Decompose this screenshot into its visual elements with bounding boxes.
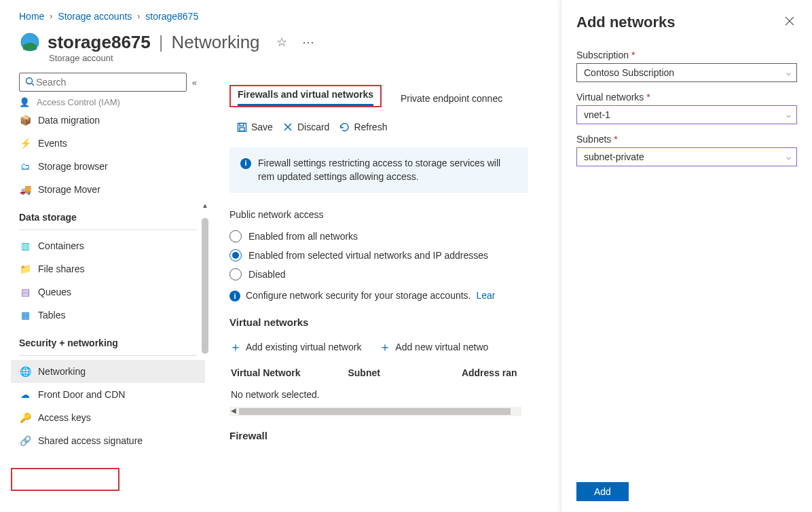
save-label: Save	[251, 122, 273, 132]
refresh-button[interactable]: Refresh	[339, 122, 387, 132]
breadcrumb-resource[interactable]: storage8675	[145, 11, 198, 22]
sidebar-section-security: Security + networking	[11, 327, 205, 352]
horizontal-scrollbar[interactable]: ◀	[229, 407, 521, 416]
tab-private-endpoint[interactable]: Private endpoint connec	[395, 85, 508, 109]
radio-label: Enabled from selected virtual networks a…	[248, 250, 488, 261]
col-address-range: Address ran	[462, 367, 517, 378]
vnet-select[interactable]: vnet-1 ⌵	[576, 105, 797, 124]
subscription-value: Contoso Subscription	[584, 67, 674, 78]
sidebar-section-data-storage: Data storage	[11, 201, 205, 227]
subscription-select[interactable]: Contoso Subscription ⌵	[576, 63, 797, 82]
scrollbar-thumb[interactable]	[239, 408, 511, 415]
sidebar-item-label: Shared access signature	[38, 435, 143, 446]
col-subnet: Subnet	[348, 367, 380, 378]
chevron-right-icon: ›	[137, 12, 140, 21]
sidebar-item-label: Containers	[38, 240, 84, 251]
sidebar-item-access-keys[interactable]: 🔑 Access keys	[11, 406, 205, 429]
hint-text: Configure network security for your stor…	[246, 290, 471, 301]
breadcrumb-storage-accounts[interactable]: Storage accounts	[58, 11, 132, 22]
sidebar-item-storage-mover[interactable]: 🚚 Storage Mover	[11, 178, 205, 201]
plus-icon: ＋	[229, 339, 242, 355]
svg-point-2	[26, 77, 33, 84]
close-icon	[282, 122, 293, 132]
save-button[interactable]: Save	[236, 122, 273, 132]
subnet-label: Subnets *	[576, 134, 797, 147]
person-icon: 👤	[19, 97, 30, 107]
frontdoor-icon: ☁	[19, 388, 31, 401]
scroll-left-icon[interactable]: ◀	[231, 407, 236, 414]
radio-icon	[229, 249, 242, 261]
sidebar-item-front-door[interactable]: ☁ Front Door and CDN	[11, 383, 205, 406]
add-button[interactable]: Add	[576, 482, 629, 501]
radio-icon	[229, 230, 242, 242]
containers-icon: ▥	[19, 240, 31, 252]
sidebar-item-label: Networking	[38, 366, 86, 377]
sidebar-item-label: Storage browser	[38, 161, 108, 172]
subscription-label: Subscription *	[576, 50, 797, 63]
highlight-networking	[11, 468, 119, 491]
page-title: Networking	[172, 32, 260, 53]
sidebar-item-label: Storage Mover	[38, 184, 100, 195]
favorite-star-icon[interactable]: ☆	[276, 35, 287, 50]
sidebar-item-sas[interactable]: 🔗 Shared access signature	[11, 429, 205, 452]
sidebar-item-queues[interactable]: ▤ Queues	[11, 280, 205, 304]
close-icon[interactable]	[782, 12, 797, 32]
info-icon: i	[229, 291, 240, 301]
chevron-down-icon: ⌵	[786, 110, 791, 120]
signature-icon: 🔗	[19, 435, 31, 447]
title-separator: |	[159, 32, 164, 53]
discard-label: Discard	[297, 122, 329, 132]
more-menu-icon[interactable]: ⋯	[302, 35, 315, 50]
fileshares-icon: 📁	[19, 263, 31, 275]
discard-button[interactable]: Discard	[282, 122, 329, 132]
sidebar-item-containers[interactable]: ▥ Containers	[11, 234, 205, 257]
add-new-vnet-button[interactable]: ＋ Add new virtual netwo	[379, 335, 492, 359]
breadcrumb-home[interactable]: Home	[19, 11, 44, 22]
sidebar-item-storage-browser[interactable]: 🗂 Storage browser	[11, 155, 205, 178]
sidebar-item-label: Tables	[38, 310, 65, 321]
radio-label: Disabled	[248, 269, 285, 280]
sidebar-item-label: Access keys	[38, 412, 91, 423]
info-icon: i	[240, 158, 251, 169]
tab-firewalls[interactable]: Firewalls and virtual networks	[229, 85, 382, 107]
subnet-select[interactable]: subnet-private ⌵	[576, 147, 797, 166]
save-icon	[236, 122, 247, 132]
globe-icon: 🌐	[19, 365, 31, 378]
svg-rect-5	[240, 123, 244, 126]
collapse-sidebar-icon[interactable]: «	[192, 77, 197, 88]
sidebar-item-events[interactable]: ⚡ Events	[11, 132, 205, 155]
sidebar-item-iam[interactable]: 👤 Access Control (IAM)	[11, 96, 205, 109]
queues-icon: ▤	[19, 286, 31, 298]
subnet-value: subnet-private	[584, 151, 644, 162]
chevron-down-icon: ⌵	[786, 68, 791, 77]
storage-account-icon	[19, 31, 41, 53]
svg-rect-6	[240, 128, 244, 131]
radio-icon	[229, 268, 242, 280]
sidebar-item-networking[interactable]: 🌐 Networking	[11, 360, 205, 383]
search-icon	[25, 77, 35, 88]
lightning-icon: ⚡	[19, 137, 31, 149]
resource-name: storage8675	[48, 32, 151, 53]
sidebar-search[interactable]	[19, 73, 187, 92]
sidebar-item-file-shares[interactable]: 📁 File shares	[11, 257, 205, 280]
sidebar-item-label: Events	[38, 138, 67, 149]
banner-text: Firewall settings restricting access to …	[258, 157, 517, 183]
learn-more-link[interactable]: Lear	[477, 290, 496, 301]
sidebar-item-label: File shares	[38, 263, 84, 274]
sidebar-item-data-migration[interactable]: 📦 Data migration	[11, 109, 205, 132]
search-input[interactable]	[35, 76, 181, 88]
add-networks-panel: Add networks Subscription * Contoso Subs…	[561, 0, 812, 512]
chevron-down-icon: ⌵	[786, 152, 791, 162]
sidebar-item-label: Data migration	[38, 115, 100, 126]
sidebar-item-label: Front Door and CDN	[38, 389, 125, 400]
chevron-right-icon: ›	[50, 12, 52, 21]
add-existing-label: Add existing virtual network	[246, 342, 361, 352]
sidebar-item-tables[interactable]: ▦ Tables	[11, 304, 205, 327]
add-existing-vnet-button[interactable]: ＋ Add existing virtual network	[229, 335, 365, 359]
info-banner: i Firewall settings restricting access t…	[229, 147, 528, 193]
tables-icon: ▦	[19, 309, 31, 321]
refresh-icon	[339, 122, 350, 132]
migration-icon: 📦	[19, 114, 31, 126]
key-icon: 🔑	[19, 412, 31, 424]
mover-icon: 🚚	[19, 183, 31, 196]
